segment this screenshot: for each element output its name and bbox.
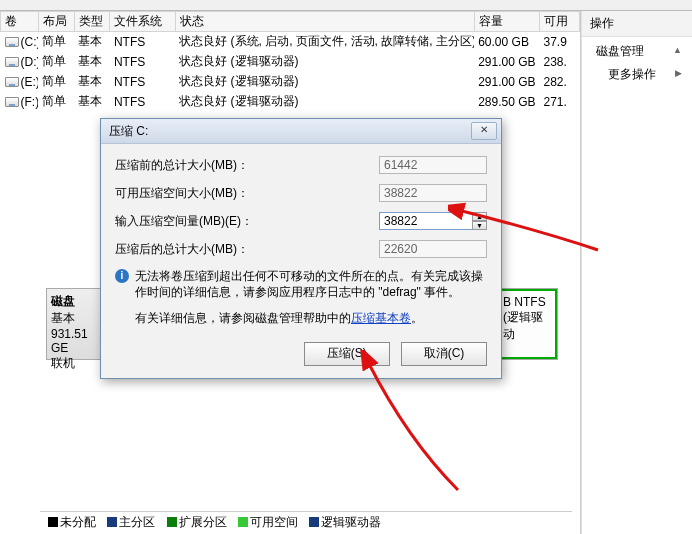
cell-fs: NTFS bbox=[110, 92, 175, 112]
cell-status: 状态良好 (系统, 启动, 页面文件, 活动, 故障转储, 主分区) bbox=[175, 32, 474, 52]
label-enter-shrink: 输入压缩空间量(MB)(E)： bbox=[115, 213, 379, 230]
cell-status: 状态良好 (逻辑驱动器) bbox=[175, 52, 474, 72]
disk-volume-fs: B NTFS bbox=[503, 295, 551, 309]
cell-cap: 291.00 GB bbox=[474, 72, 539, 92]
shrink-amount-input[interactable] bbox=[379, 212, 487, 230]
cell-fs: NTFS bbox=[110, 72, 175, 92]
col-header-fs[interactable]: 文件系统 bbox=[110, 12, 175, 32]
cell-cap: 291.00 GB bbox=[474, 52, 539, 72]
cell-cap: 289.50 GB bbox=[474, 92, 539, 112]
value-total-after: 22620 bbox=[379, 240, 487, 258]
drive-label: (F:) bbox=[21, 95, 39, 109]
col-header-type[interactable]: 类型 bbox=[74, 12, 110, 32]
col-header-available[interactable]: 可用 bbox=[539, 12, 579, 32]
top-toolbar-strip bbox=[0, 0, 692, 11]
chevron-right-icon: ▶ bbox=[675, 68, 682, 78]
dialog-title: 压缩 C: bbox=[109, 123, 471, 140]
cell-type: 基本 bbox=[74, 32, 110, 52]
legend-swatch-primary bbox=[107, 517, 117, 527]
cancel-button[interactable]: 取消(C) bbox=[401, 342, 487, 366]
table-row[interactable]: (F:) 简单 基本 NTFS 状态良好 (逻辑驱动器) 289.50 GB 2… bbox=[1, 92, 580, 112]
cell-fs: NTFS bbox=[110, 52, 175, 72]
legend-label: 扩展分区 bbox=[179, 515, 227, 529]
cell-type: 基本 bbox=[74, 52, 110, 72]
drive-label: (C:) bbox=[21, 35, 39, 49]
value-available-shrink: 38822 bbox=[379, 184, 487, 202]
cell-type: 基本 bbox=[74, 92, 110, 112]
cell-cap: 60.00 GB bbox=[474, 32, 539, 52]
legend-swatch-logical bbox=[309, 517, 319, 527]
label-available-shrink: 可用压缩空间大小(MB)： bbox=[115, 185, 379, 202]
shrink-dialog: 压缩 C: ✕ 压缩前的总计大小(MB)： 61442 可用压缩空间大小(MB)… bbox=[100, 118, 502, 379]
disk-caption-title: 磁盘 bbox=[51, 294, 75, 308]
col-header-layout[interactable]: 布局 bbox=[38, 12, 74, 32]
cell-layout: 简单 bbox=[38, 72, 74, 92]
operations-item-label: 磁盘管理 bbox=[596, 44, 644, 58]
chevron-up-icon: ▲ bbox=[673, 45, 682, 55]
table-row[interactable]: (E:) 简单 基本 NTFS 状态良好 (逻辑驱动器) 291.00 GB 2… bbox=[1, 72, 580, 92]
cell-layout: 简单 bbox=[38, 92, 74, 112]
legend-swatch-unallocated bbox=[48, 517, 58, 527]
volume-table: 卷 布局 类型 文件系统 状态 容量 可用 (C:) 简单 基本 NTFS bbox=[0, 11, 580, 112]
legend-label: 未分配 bbox=[60, 515, 96, 529]
drive-icon bbox=[5, 77, 19, 87]
operations-header: 操作 bbox=[582, 11, 692, 37]
col-header-capacity[interactable]: 容量 bbox=[474, 12, 539, 32]
cell-status: 状态良好 (逻辑驱动器) bbox=[175, 72, 474, 92]
cell-avail: 37.9 bbox=[539, 32, 579, 52]
info-icon: i bbox=[115, 269, 129, 283]
legend-swatch-extended bbox=[167, 517, 177, 527]
operations-item-more[interactable]: 更多操作 ▶ bbox=[582, 62, 692, 87]
close-icon[interactable]: ✕ bbox=[471, 122, 497, 140]
disk-caption-size: 931.51 GE bbox=[51, 327, 97, 355]
info-text-help-a: 有关详细信息，请参阅磁盘管理帮助中的 bbox=[135, 311, 351, 325]
drive-icon bbox=[5, 57, 19, 67]
drive-label: (D:) bbox=[21, 55, 39, 69]
disk-caption-type: 基本 bbox=[51, 310, 97, 327]
col-header-volume[interactable]: 卷 bbox=[1, 12, 39, 32]
disk-caption[interactable]: 磁盘 基本 931.51 GE 联机 bbox=[47, 289, 102, 359]
cell-type: 基本 bbox=[74, 72, 110, 92]
cell-layout: 简单 bbox=[38, 32, 74, 52]
col-header-status[interactable]: 状态 bbox=[175, 12, 474, 32]
label-total-after: 压缩后的总计大小(MB)： bbox=[115, 241, 379, 258]
cell-avail: 238. bbox=[539, 52, 579, 72]
label-total-before: 压缩前的总计大小(MB)： bbox=[115, 157, 379, 174]
disk-volume-box[interactable]: B NTFS (逻辑驱动 bbox=[497, 289, 557, 359]
cell-fs: NTFS bbox=[110, 32, 175, 52]
table-row[interactable]: (C:) 简单 基本 NTFS 状态良好 (系统, 启动, 页面文件, 活动, … bbox=[1, 32, 580, 52]
drive-icon bbox=[5, 97, 19, 107]
operations-panel: 操作 磁盘管理 ▲ 更多操作 ▶ bbox=[581, 11, 692, 534]
dialog-titlebar[interactable]: 压缩 C: ✕ bbox=[101, 119, 501, 144]
cell-layout: 简单 bbox=[38, 52, 74, 72]
info-text-help-b: 。 bbox=[411, 311, 423, 325]
drive-icon bbox=[5, 37, 19, 47]
help-link-shrink-basic-volume[interactable]: 压缩基本卷 bbox=[351, 311, 411, 325]
spinner-up-button[interactable]: ▲ bbox=[472, 212, 487, 221]
value-total-before: 61442 bbox=[379, 156, 487, 174]
legend-swatch-free bbox=[238, 517, 248, 527]
legend-label: 主分区 bbox=[119, 515, 155, 529]
operations-item-disk-management[interactable]: 磁盘管理 ▲ bbox=[582, 37, 692, 62]
legend: 未分配 主分区 扩展分区 可用空间 逻辑驱动器 bbox=[40, 511, 572, 530]
cell-status: 状态良好 (逻辑驱动器) bbox=[175, 92, 474, 112]
operations-item-label: 更多操作 bbox=[608, 67, 656, 81]
info-text-defrag: 无法将卷压缩到超出任何不可移动的文件所在的点。有关完成该操作时间的详细信息，请参… bbox=[135, 268, 487, 300]
cell-avail: 282. bbox=[539, 72, 579, 92]
disk-caption-state: 联机 bbox=[51, 355, 97, 372]
cell-avail: 271. bbox=[539, 92, 579, 112]
table-row[interactable]: (D:) 简单 基本 NTFS 状态良好 (逻辑驱动器) 291.00 GB 2… bbox=[1, 52, 580, 72]
legend-label: 可用空间 bbox=[250, 515, 298, 529]
legend-label: 逻辑驱动器 bbox=[321, 515, 381, 529]
drive-label: (E:) bbox=[21, 75, 39, 89]
spinner-down-button[interactable]: ▼ bbox=[472, 221, 487, 230]
shrink-button[interactable]: 压缩(S) bbox=[304, 342, 390, 366]
disk-volume-state: (逻辑驱动 bbox=[503, 309, 551, 343]
